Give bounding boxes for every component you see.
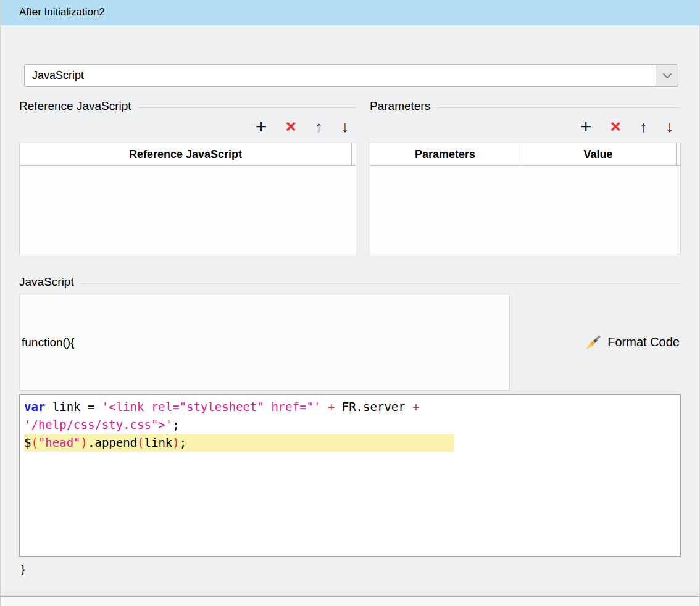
code-token-plain: .append (88, 436, 137, 449)
add-icon[interactable]: + (256, 117, 267, 136)
code-token-paren: ( (31, 436, 38, 449)
column-header-parameters: Parameters (370, 143, 520, 165)
code-token-paren: ( (137, 436, 144, 449)
parameters-panel: Parameters + × ↑ ↓ Parameters Value (370, 99, 681, 254)
reference-toolbar: + × ↑ ↓ (19, 114, 356, 139)
legend-line (80, 283, 681, 284)
parameters-panel-header: Parameters (370, 99, 681, 113)
upper-panels: Reference JavaScript + × ↑ ↓ Reference J… (19, 99, 681, 254)
parameters-table-body[interactable] (370, 166, 680, 254)
delete-icon[interactable]: × (610, 117, 621, 136)
parameters-table-header: Parameters Value (370, 143, 680, 166)
dropdown-open-button[interactable] (656, 65, 678, 86)
function-header-text: function(){ (22, 336, 75, 349)
parameters-table: Parameters Value (370, 143, 681, 254)
column-header-reference-javascript: Reference JavaScript (20, 143, 352, 165)
javascript-panel-legend: JavaScript (19, 275, 74, 289)
format-code-label: Format Code (607, 335, 680, 349)
code-token-paren: ) (81, 436, 88, 449)
code-token-plain: link (144, 436, 173, 449)
code-token-plain: link = (45, 400, 102, 413)
code-token-plain: ; (172, 418, 179, 431)
code-token-plain: $ (24, 436, 31, 449)
move-up-icon[interactable]: ↑ (315, 119, 323, 135)
legend-line (436, 107, 681, 108)
dialog-content: JavaScript Reference JavaScript + × ↑ ↓ (1, 25, 699, 596)
legend-line (138, 107, 356, 108)
code-token-string: '/help/css/sty.css">' (24, 418, 172, 431)
parameters-panel-legend: Parameters (370, 99, 430, 113)
code-token-operator: + (320, 400, 341, 413)
code-token-operator: + (406, 400, 420, 413)
code-line[interactable]: '/help/css/sty.css">'; (24, 416, 676, 434)
window-title: After Initialization2 (19, 6, 105, 19)
closing-brace: } (19, 562, 681, 576)
event-type-dropdown[interactable]: JavaScript (24, 64, 678, 87)
code-line-highlighted[interactable]: $("head").append(link); (24, 434, 676, 452)
reference-table-body[interactable] (20, 166, 356, 254)
format-code-button[interactable]: Format Code (585, 334, 681, 351)
code-token-string: "head" (38, 436, 81, 449)
function-header-box: function(){ (19, 294, 510, 391)
code-line[interactable]: var link = '<link rel="stylesheet" href=… (24, 398, 676, 416)
parameters-toolbar: + × ↑ ↓ (370, 114, 681, 139)
code-token-string: '<link rel="stylesheet" href="' (102, 400, 321, 413)
paintbrush-icon (585, 334, 601, 351)
javascript-panel-header: JavaScript (19, 275, 681, 289)
move-up-icon[interactable]: ↑ (640, 119, 648, 135)
event-type-value: JavaScript (25, 69, 84, 82)
delete-icon[interactable]: × (285, 117, 296, 136)
code-token-plain: FR.server (342, 400, 406, 413)
function-row: function(){ Format Code (19, 294, 681, 391)
add-icon[interactable]: + (580, 117, 592, 136)
move-down-icon[interactable]: ↓ (341, 119, 349, 135)
reference-panel-header: Reference JavaScript (19, 99, 356, 113)
code-editor[interactable]: var link = '<link rel="stylesheet" href=… (19, 394, 681, 557)
event-editor-dialog: After Initialization2 JavaScript Referen… (0, 0, 700, 606)
reference-panel-legend: Reference JavaScript (19, 99, 131, 113)
code-token-plain: ; (180, 436, 186, 449)
reference-table-header: Reference JavaScript (20, 143, 356, 166)
move-down-icon[interactable]: ↓ (666, 119, 674, 135)
javascript-panel: JavaScript function(){ Format Code (19, 275, 681, 576)
bottom-panel-edge (1, 596, 699, 606)
reference-javascript-panel: Reference JavaScript + × ↑ ↓ Reference J… (19, 99, 356, 254)
reference-table: Reference JavaScript (19, 143, 356, 254)
column-header-value: Value (520, 143, 677, 165)
chevron-down-icon (662, 70, 671, 78)
titlebar: After Initialization2 (1, 0, 699, 25)
code-token-keyword: var (24, 400, 45, 413)
code-token-paren: ) (172, 436, 179, 449)
